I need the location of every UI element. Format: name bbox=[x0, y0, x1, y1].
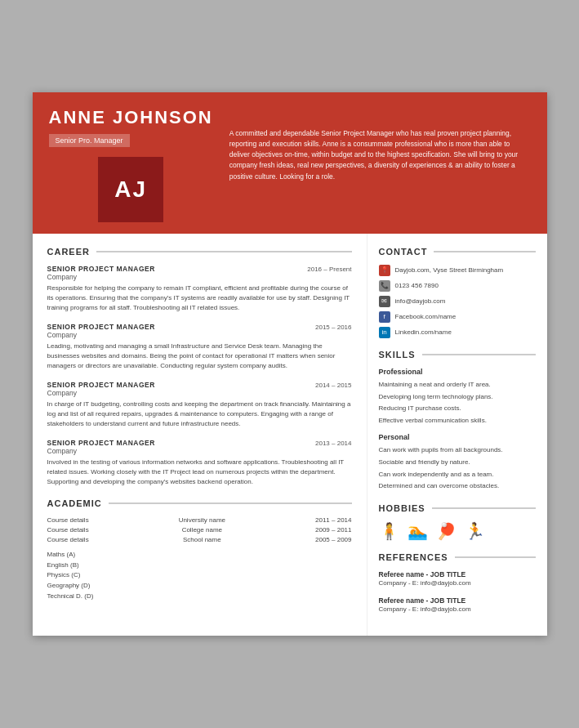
career-dates-2: 2015 – 2016 bbox=[315, 324, 352, 331]
academic-dates-1: 2011 – 2014 bbox=[315, 516, 352, 524]
subject-2: English (B) bbox=[47, 561, 352, 571]
skills-personal-label: Personal bbox=[379, 433, 536, 441]
career-dates-1: 2016 – Present bbox=[307, 266, 351, 273]
references-label: REFERENCES bbox=[379, 552, 448, 562]
career-title-3: SENIOR PROJECT MANAGER bbox=[47, 381, 155, 389]
skill-pro-1: Maintaining a neat and orderly IT area. bbox=[379, 380, 536, 391]
academic-institution-3: School name bbox=[183, 536, 221, 543]
references-section-header: REFERENCES bbox=[379, 552, 536, 562]
reference-company-2: Company - E: info@dayjob.com bbox=[379, 605, 536, 614]
career-title-2: SENIOR PROJECT MANAGER bbox=[47, 323, 155, 331]
academic-dates-2: 2009 – 2011 bbox=[315, 526, 352, 534]
header-summary: A committed and dependable Senior Projec… bbox=[213, 107, 531, 182]
skill-pers-1: Can work with pupils from all background… bbox=[379, 445, 536, 456]
subject-4: Geography (D) bbox=[47, 581, 352, 592]
skill-pro-3: Reducing IT purchase costs. bbox=[379, 404, 536, 414]
email-icon: ✉ bbox=[379, 296, 390, 307]
contact-divider bbox=[434, 251, 535, 252]
career-label: CAREER bbox=[47, 247, 90, 257]
academic-institution-1: University name bbox=[179, 516, 225, 524]
avatar: AJ bbox=[98, 157, 163, 222]
career-divider bbox=[96, 251, 352, 252]
phone-icon: 📞 bbox=[379, 280, 390, 292]
academic-row-3: Course details School name 2005 – 2009 bbox=[47, 536, 352, 543]
academic-row-1: Course details University name 2011 – 20… bbox=[47, 516, 352, 524]
career-title-row-4: SENIOR PROJECT MANAGER 2013 – 2014 bbox=[47, 439, 352, 447]
academic-label: ACADEMIC bbox=[47, 498, 102, 508]
reference-name-1: Referee name - JOB TITLE bbox=[379, 570, 536, 578]
career-desc-1: Responsible for helping the company to r… bbox=[47, 284, 352, 313]
skill-pro-2: Developing long term technology plans. bbox=[379, 392, 536, 403]
academic-label-3: Course details bbox=[47, 536, 89, 543]
main-content: CAREER SENIOR PROJECT MANAGER 2016 – Pre… bbox=[33, 234, 547, 636]
hobby-icon-1: 🧍 bbox=[379, 521, 399, 541]
hobbies-divider bbox=[432, 507, 536, 509]
career-desc-3: In charge of IT budgeting, controlling c… bbox=[47, 400, 352, 429]
header: ANNE JOHNSON Senior Pro. Manager AJ A co… bbox=[33, 92, 547, 234]
career-title-row-1: SENIOR PROJECT MANAGER 2016 – Present bbox=[47, 265, 352, 273]
linkedin-icon: in bbox=[379, 327, 390, 338]
career-desc-4: Involved in the testing of various infor… bbox=[47, 458, 352, 487]
contact-linkedin: Linkedin.com/name bbox=[395, 328, 452, 336]
contact-item-location: 📍 Dayjob.com, Vyse Street Birmingham bbox=[379, 265, 536, 276]
subject-3: Physics (C) bbox=[47, 570, 352, 581]
summary-text: A committed and dependable Senior Projec… bbox=[229, 128, 531, 182]
career-dates-4: 2013 – 2014 bbox=[315, 440, 352, 447]
resume-page: ANNE JOHNSON Senior Pro. Manager AJ A co… bbox=[33, 92, 547, 636]
reference-name-2: Referee name - JOB TITLE bbox=[379, 596, 536, 605]
career-dates-3: 2014 – 2015 bbox=[315, 382, 352, 389]
skill-pers-2: Sociable and friendly by nature. bbox=[379, 458, 536, 468]
contact-item-email: ✉ info@dayjob.com bbox=[379, 296, 536, 307]
contact-item-phone: 📞 0123 456 7890 bbox=[379, 280, 536, 292]
academic-dates-3: 2005 – 2009 bbox=[315, 536, 352, 543]
facebook-icon: f bbox=[379, 311, 390, 323]
header-left: ANNE JOHNSON Senior Pro. Manager AJ bbox=[49, 107, 213, 222]
skill-pro-4: Effective verbal communication skills. bbox=[379, 416, 536, 427]
right-column: CONTACT 📍 Dayjob.com, Vyse Street Birmin… bbox=[367, 234, 547, 636]
academic-table: Course details University name 2011 – 20… bbox=[47, 516, 352, 543]
hobby-icon-4: 🏃 bbox=[465, 521, 485, 541]
contact-section-header: CONTACT bbox=[379, 247, 536, 257]
academic-section-header: ACADEMIC bbox=[47, 498, 352, 508]
contact-label: CONTACT bbox=[379, 247, 428, 257]
career-company-2: Company bbox=[47, 331, 352, 339]
references-divider bbox=[455, 556, 536, 558]
hobbies-section-header: HOBBIES bbox=[379, 503, 536, 513]
career-title-1: SENIOR PROJECT MANAGER bbox=[47, 265, 155, 273]
hobbies-icons: 🧍 🏊 🏓 🏃 bbox=[379, 521, 536, 541]
academic-divider bbox=[109, 502, 352, 504]
career-entry-4: SENIOR PROJECT MANAGER 2013 – 2014 Compa… bbox=[47, 439, 352, 487]
name-title-area: ANNE JOHNSON Senior Pro. Manager bbox=[49, 107, 213, 154]
career-title-row-2: SENIOR PROJECT MANAGER 2015 – 2016 bbox=[47, 323, 352, 331]
left-column: CAREER SENIOR PROJECT MANAGER 2016 – Pre… bbox=[33, 234, 367, 636]
career-entry-3: SENIOR PROJECT MANAGER 2014 – 2015 Compa… bbox=[47, 381, 352, 429]
reference-company-1: Company - E: info@dayjob.com bbox=[379, 578, 536, 588]
academic-subjects: Maths (A) English (B) Physics (C) Geogra… bbox=[47, 550, 352, 602]
subject-5: Technical D. (D) bbox=[47, 592, 352, 602]
skills-section-header: SKILLS bbox=[379, 350, 536, 360]
hobby-icon-3: 🏓 bbox=[436, 521, 457, 541]
skills-label: SKILLS bbox=[379, 350, 416, 360]
career-company-1: Company bbox=[47, 273, 352, 281]
skill-pers-3: Can work independently and as a team. bbox=[379, 470, 536, 480]
academic-row-2: Course details College name 2009 – 2011 bbox=[47, 526, 352, 534]
career-company-4: Company bbox=[47, 447, 352, 455]
hobby-icon-2: 🏊 bbox=[408, 521, 428, 541]
full-name: ANNE JOHNSON bbox=[49, 107, 213, 128]
academic-institution-2: College name bbox=[182, 526, 222, 534]
career-company-3: Company bbox=[47, 389, 352, 397]
contact-email: info@dayjob.com bbox=[395, 297, 446, 305]
job-title-badge: Senior Pro. Manager bbox=[49, 134, 130, 147]
contact-item-linkedin: in Linkedin.com/name bbox=[379, 327, 536, 338]
reference-2: Referee name - JOB TITLE Company - E: in… bbox=[379, 596, 536, 614]
academic-label-2: Course details bbox=[47, 526, 89, 534]
career-entry-1: SENIOR PROJECT MANAGER 2016 – Present Co… bbox=[47, 265, 352, 313]
skill-pers-4: Determined and can overcome obstacles. bbox=[379, 481, 536, 492]
contact-item-facebook: f Facebook.com/name bbox=[379, 311, 536, 323]
career-title-4: SENIOR PROJECT MANAGER bbox=[47, 439, 155, 447]
skills-professional-label: Professional bbox=[379, 368, 536, 376]
location-icon: 📍 bbox=[379, 265, 390, 276]
career-entry-2: SENIOR PROJECT MANAGER 2015 – 2016 Compa… bbox=[47, 323, 352, 371]
contact-address: Dayjob.com, Vyse Street Birmingham bbox=[395, 266, 504, 274]
career-desc-2: Leading, motivating and managing a small… bbox=[47, 342, 352, 371]
